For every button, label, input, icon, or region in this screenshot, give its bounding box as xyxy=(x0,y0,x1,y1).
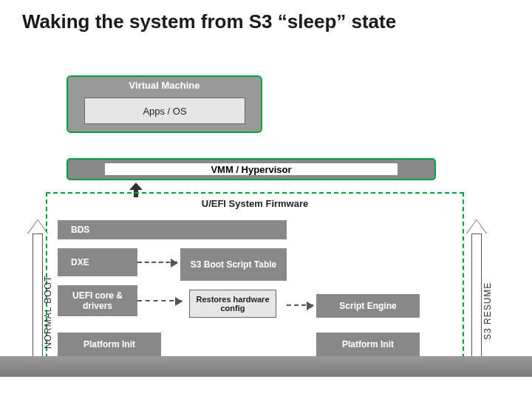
platform-init-right-label: Platform Init xyxy=(342,339,394,349)
platform-init-left-box: Platform Init xyxy=(58,332,161,356)
uefi-core-label: UEFI core & drivers xyxy=(58,290,137,312)
s3-table-label: S3 Boot Script Table xyxy=(191,259,276,270)
script-engine-label: Script Engine xyxy=(339,301,396,311)
bds-box: BDS xyxy=(58,220,287,239)
restores-config-box: Restores hardware config xyxy=(189,290,276,318)
script-engine-box: Script Engine xyxy=(316,294,420,318)
virtual-machine-label: Virtual Machine xyxy=(68,80,261,91)
normal-boot-label: NORMAL BOOT xyxy=(43,276,53,349)
apps-os-box: Apps / OS xyxy=(84,98,245,124)
slide-title: Waking the system from S3 “sleep” state xyxy=(22,10,396,33)
uefi-core-box: UEFI core & drivers xyxy=(58,285,137,316)
virtual-machine-box: Virtual Machine Apps / OS xyxy=(66,75,262,133)
dxe-label: DXE xyxy=(71,257,89,267)
vmm-box: VMM / Hypervisor xyxy=(66,158,436,180)
dashed-arrow-icon xyxy=(137,300,182,301)
platform-init-right-box: Platform Init xyxy=(316,332,420,356)
vmm-label: VMM / Hypervisor xyxy=(105,163,398,175)
dashed-arrow-icon xyxy=(137,262,177,263)
restores-label: Restores hardware config xyxy=(190,295,276,313)
footer-stripe xyxy=(0,356,532,377)
dashed-arrow-icon xyxy=(287,304,313,306)
uefi-firmware-title: U/EFI System Firmware xyxy=(47,198,463,209)
bds-label: BDS xyxy=(71,225,89,235)
s3-boot-script-table-box: S3 Boot Script Table xyxy=(180,248,287,281)
s3-resume-label: S3 RESUME xyxy=(482,282,493,340)
platform-init-left-label: Platform Init xyxy=(83,339,135,349)
dxe-box: DXE xyxy=(58,248,137,276)
